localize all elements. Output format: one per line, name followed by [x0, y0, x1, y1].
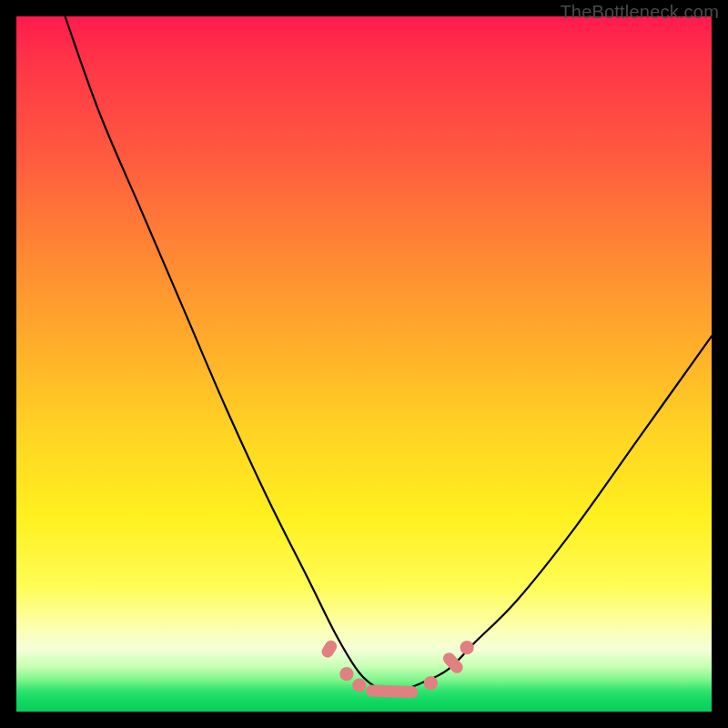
bottleneck-curve: [66, 16, 713, 692]
curve-marker-dot: [424, 676, 438, 690]
curve-marker-pill: [319, 638, 339, 660]
chart-svg: [16, 16, 712, 712]
curve-marker-pill: [366, 684, 419, 698]
curve-marker-dot: [352, 678, 366, 692]
outer-frame: TheBottleneck.com: [0, 0, 728, 728]
curve-marker-dot: [339, 667, 353, 681]
curve-marker-dot: [460, 641, 474, 654]
